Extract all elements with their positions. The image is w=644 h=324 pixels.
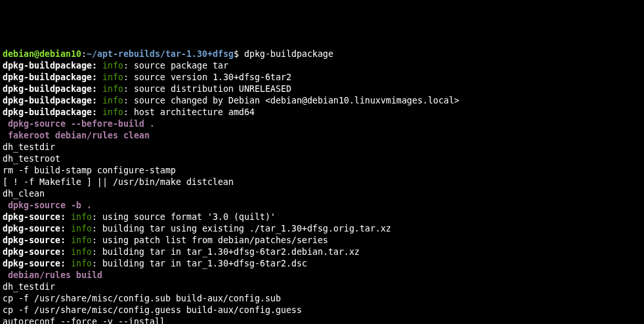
build-step: debian/rules build (3, 270, 102, 280)
sep: : (123, 60, 134, 70)
output-line: dpkg-source: info: building tar using ex… (3, 222, 641, 234)
prog-name: dpkg-source: (3, 211, 66, 222)
prompt-dollar: $ (234, 49, 244, 59)
output-line: dh_testdir (3, 141, 641, 153)
info-label: info (102, 107, 123, 117)
prompt-sep: : (81, 49, 87, 59)
plain-text: dh_clean (3, 188, 45, 199)
info-label: info (102, 60, 123, 70)
output-line: dpkg-source: info: using source format '… (3, 211, 641, 222)
sep: : (123, 72, 134, 82)
command-text: dpkg-buildpackage (244, 49, 333, 59)
output-line: dh_testroot (3, 153, 641, 164)
space (66, 258, 71, 268)
info-msg: source package tar (134, 60, 228, 70)
info-label: info (102, 83, 123, 94)
info-msg: using patch list from debian/patches/ser… (102, 235, 328, 245)
info-msg: building tar using existing ./tar_1.30+d… (102, 223, 391, 233)
sep: : (92, 235, 102, 245)
terminal-output[interactable]: debian@debian10:~/apt-rebuilds/tar-1.30+… (3, 48, 641, 324)
space (66, 235, 71, 245)
plain-text: [ ! -f Makefile ] || /usr/bin/make distc… (3, 177, 234, 187)
build-step: dpkg-source -b . (3, 200, 92, 210)
output-line: autoreconf --force -v --install (3, 316, 641, 324)
sep: : (92, 258, 102, 268)
info-label: info (71, 246, 92, 257)
output-line: cp -f /usr/share/misc/config.guess build… (3, 304, 641, 316)
info-msg: using source format '3.0 (quilt)' (102, 211, 275, 222)
output-line: debian/rules build (3, 269, 641, 281)
output-line: dpkg-source: info: using patch list from… (3, 234, 641, 246)
plain-text: cp -f /usr/share/misc/config.guess build… (3, 305, 302, 315)
output-line: rm -f build-stamp configure-stamp (3, 164, 641, 176)
output-line: dpkg-buildpackage: info: source version … (3, 71, 641, 83)
space (66, 223, 71, 233)
prog-name: dpkg-source: (3, 258, 66, 268)
sep: : (123, 95, 134, 105)
info-label: info (102, 95, 123, 105)
sep: : (92, 246, 102, 257)
space (66, 211, 71, 222)
output-line: fakeroot debian/rules clean (3, 129, 641, 141)
info-msg: source changed by Debian <debian@debian1… (134, 95, 459, 105)
plain-text: dh_testdir (3, 281, 55, 292)
output-line: dpkg-buildpackage: info: source package … (3, 59, 641, 71)
plain-text: rm -f build-stamp configure-stamp (3, 165, 176, 175)
info-msg: building tar in tar_1.30+dfsg-6tar2.dsc (102, 258, 307, 268)
prog-name: dpkg-buildpackage: (3, 60, 97, 70)
output-line: dpkg-source: info: building tar in tar_1… (3, 257, 641, 269)
info-label: info (71, 235, 92, 245)
output-line: dpkg-buildpackage: info: source changed … (3, 94, 641, 106)
output-line: dh_testdir (3, 281, 641, 292)
prog-name: dpkg-buildpackage: (3, 83, 97, 94)
output-line: [ ! -f Makefile ] || /usr/bin/make distc… (3, 176, 641, 188)
sep: : (123, 107, 134, 117)
plain-text: autoreconf --force -v --install (3, 316, 165, 324)
info-label: info (102, 72, 123, 82)
output-line: cp -f /usr/share/misc/config.sub build-a… (3, 292, 641, 304)
prompt-path: ~/apt-rebuilds/tar-1.30+dfsg (87, 49, 234, 59)
build-step: fakeroot debian/rules clean (3, 130, 150, 140)
info-msg: source version 1.30+dfsg-6tar2 (134, 72, 291, 82)
info-label: info (71, 211, 92, 222)
prog-name: dpkg-source: (3, 223, 66, 233)
prompt-line: debian@debian10:~/apt-rebuilds/tar-1.30+… (3, 48, 641, 59)
plain-text: dh_testroot (3, 153, 60, 164)
info-msg: building tar in tar_1.30+dfsg-6tar2.debi… (102, 246, 359, 257)
output-line: dpkg-buildpackage: info: source distribu… (3, 83, 641, 94)
space (66, 246, 71, 257)
prog-name: dpkg-buildpackage: (3, 107, 97, 117)
prompt-user: debian@debian10 (3, 49, 81, 59)
output-line: dpkg-source -b . (3, 199, 641, 211)
prog-name: dpkg-buildpackage: (3, 72, 97, 82)
sep: : (123, 83, 134, 94)
plain-text: dh_testdir (3, 142, 55, 152)
output-line: dpkg-source --before-build . (3, 118, 641, 129)
plain-text: cp -f /usr/share/misc/config.sub build-a… (3, 293, 281, 303)
prog-name: dpkg-buildpackage: (3, 95, 97, 105)
info-label: info (71, 258, 92, 268)
info-msg: source distribution UNRELEASED (134, 83, 291, 94)
prog-name: dpkg-source: (3, 235, 66, 245)
output-line: dpkg-source: info: building tar in tar_1… (3, 246, 641, 257)
sep: : (92, 211, 102, 222)
output-line: dh_clean (3, 188, 641, 199)
sep: : (92, 223, 102, 233)
info-msg: host architecture amd64 (134, 107, 254, 117)
output-line: dpkg-buildpackage: info: host architectu… (3, 106, 641, 118)
build-step: dpkg-source --before-build . (3, 118, 155, 129)
info-label: info (71, 223, 92, 233)
prog-name: dpkg-source: (3, 246, 66, 257)
